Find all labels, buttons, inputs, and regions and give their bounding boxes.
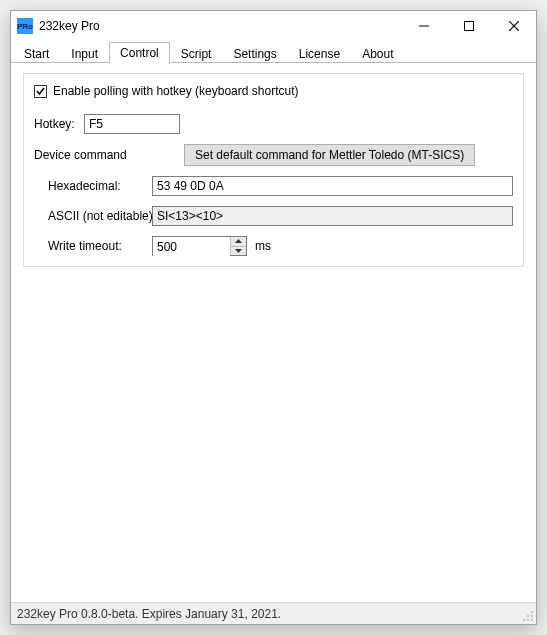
window-title: 232key Pro	[39, 19, 401, 33]
svg-marker-5	[235, 249, 242, 253]
svg-point-8	[531, 615, 533, 617]
statusbar: 232key Pro 0.8.0-beta. Expires January 3…	[11, 602, 536, 624]
ascii-input	[152, 206, 513, 226]
spinner-up-button[interactable]	[231, 237, 246, 247]
spinner	[230, 237, 246, 255]
tab-about[interactable]: About	[351, 43, 404, 63]
device-command-row: Device command Set default command for M…	[34, 144, 513, 166]
chevron-up-icon	[235, 239, 242, 243]
ascii-label: ASCII (not editable):	[34, 209, 152, 223]
enable-polling-row: Enable polling with hotkey (keyboard sho…	[34, 84, 513, 98]
svg-point-6	[531, 611, 533, 613]
tab-script[interactable]: Script	[170, 43, 223, 63]
control-group: Enable polling with hotkey (keyboard sho…	[23, 73, 524, 267]
tab-control[interactable]: Control	[109, 42, 170, 64]
checkmark-icon	[35, 86, 46, 97]
maximize-button[interactable]	[446, 11, 491, 41]
close-icon	[509, 21, 519, 31]
minimize-icon	[419, 21, 429, 31]
tab-bar: Start Input Control Script Settings Lice…	[11, 41, 536, 63]
app-icon: PRo	[17, 18, 33, 34]
device-command-label: Device command	[34, 148, 184, 162]
ascii-row: ASCII (not editable):	[34, 206, 513, 226]
tab-start[interactable]: Start	[13, 43, 60, 63]
size-grip-icon[interactable]	[522, 610, 534, 622]
hexadecimal-label: Hexadecimal:	[34, 179, 152, 193]
write-timeout-label: Write timeout:	[34, 239, 152, 253]
hexadecimal-input[interactable]	[152, 176, 513, 196]
write-timeout-unit: ms	[255, 239, 271, 253]
svg-marker-4	[235, 239, 242, 243]
svg-rect-1	[464, 22, 473, 31]
svg-point-11	[531, 619, 533, 621]
spinner-down-button[interactable]	[231, 247, 246, 256]
minimize-button[interactable]	[401, 11, 446, 41]
write-timeout-row: Write timeout: ms	[34, 236, 513, 256]
svg-point-9	[523, 619, 525, 621]
hotkey-input[interactable]	[84, 114, 180, 134]
set-default-command-button[interactable]: Set default command for Mettler Toledo (…	[184, 144, 475, 166]
chevron-down-icon	[235, 249, 242, 253]
svg-point-7	[527, 615, 529, 617]
statusbar-text: 232key Pro 0.8.0-beta. Expires January 3…	[17, 607, 281, 621]
tab-license[interactable]: License	[288, 43, 351, 63]
svg-point-10	[527, 619, 529, 621]
enable-polling-checkbox[interactable]	[34, 85, 47, 98]
hexadecimal-row: Hexadecimal:	[34, 176, 513, 196]
tab-settings[interactable]: Settings	[222, 43, 287, 63]
tab-content-control: Enable polling with hotkey (keyboard sho…	[11, 63, 536, 602]
hotkey-row: Hotkey:	[34, 114, 513, 134]
titlebar: PRo 232key Pro	[11, 11, 536, 41]
hotkey-label: Hotkey:	[34, 117, 84, 131]
enable-polling-label: Enable polling with hotkey (keyboard sho…	[53, 84, 298, 98]
tab-input[interactable]: Input	[60, 43, 109, 63]
app-window: PRo 232key Pro Start Input Control Scrip…	[10, 10, 537, 625]
write-timeout-stepper[interactable]	[152, 236, 247, 256]
write-timeout-input[interactable]	[153, 237, 230, 257]
close-button[interactable]	[491, 11, 536, 41]
maximize-icon	[464, 21, 474, 31]
